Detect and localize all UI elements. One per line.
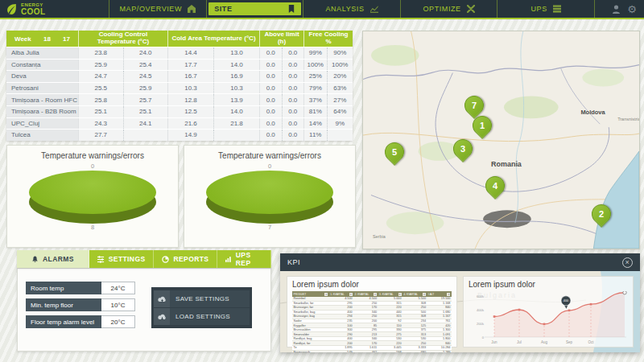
site-name-cell: Alba Julia — [6, 47, 78, 59]
week-previous: 17 — [63, 35, 70, 43]
col-group-above-limit: Above limit (h) — [259, 31, 303, 47]
filter-dropdown-icon[interactable]: ▾ — [447, 293, 450, 296]
nav-item-site[interactable]: SITE — [206, 0, 303, 18]
tab-reports[interactable]: REPORTS — [154, 250, 217, 268]
marker-number: 4 — [486, 177, 504, 195]
min-temp-floor-input[interactable]: 10°C — [101, 298, 135, 311]
floor-temp-alarm-field: Floor temp alarm level 20°C — [26, 315, 135, 328]
value-cell: 25% — [303, 71, 327, 82]
user-icon[interactable] — [612, 5, 621, 14]
value-cell: 14% — [303, 118, 327, 130]
value-cell: 0.0 — [259, 71, 282, 82]
week-table: Week 18 17 Cooling Control Temperature (… — [6, 31, 353, 141]
value-cell: 21.6 — [167, 118, 213, 130]
value-cell: 100% — [303, 60, 327, 71]
save-settings-button[interactable]: SAVE SETTINGS — [154, 290, 250, 307]
table-row[interactable]: Deva24.724.516.716.90.00.025%20% — [6, 70, 353, 82]
svg-text:0: 0 — [482, 335, 485, 339]
bell-icon — [31, 256, 39, 263]
brand-line1: ENERGY — [21, 2, 46, 7]
kpi-col-header: 3. KVARTAL▾ — [378, 293, 402, 296]
map-label: Moldova — [580, 109, 605, 116]
table-row[interactable]: Timișoara - B2B Room25.125.112.514.00.00… — [6, 105, 353, 117]
filter-dropdown-icon[interactable]: ▾ — [423, 293, 426, 296]
svg-text:Aug: Aug — [541, 340, 548, 344]
pie-chart — [29, 171, 156, 224]
map-panel[interactable]: RomaniaMoldovaTransnistriaSerbia 713542 — [362, 31, 640, 249]
field-label: Min. temp floor — [26, 298, 101, 311]
cloud-download-icon — [154, 308, 170, 325]
bookmark-icon — [287, 5, 295, 13]
bar-chart-icon — [225, 256, 231, 263]
value-cell: 24.3 — [78, 118, 123, 130]
site-name-cell: Timișoara - B2B Room — [6, 106, 78, 117]
value-cell — [327, 130, 353, 141]
kpi-line-chart: 0200k400k600kJunJulAugSepOct400 — [469, 291, 628, 348]
value-cell: 24.0 — [123, 47, 168, 59]
value-cell: 27.7 — [78, 130, 123, 141]
room-temp-input[interactable]: 24°C — [101, 282, 135, 294]
map-label: Serbia — [373, 234, 386, 239]
value-cell: 11% — [303, 130, 327, 141]
value-cell: 10.3 — [167, 83, 213, 94]
value-cell: 0.0 — [259, 106, 282, 117]
table-row[interactable]: Alba Julia23.824.014.413.00.00.099%90% — [6, 47, 353, 59]
marker-number: 2 — [592, 205, 610, 223]
value-cell: 16.7 — [167, 71, 213, 82]
kpi-card-table: Lorem ipsum dolor PRODUKT▾1. KVARTAL▾2. … — [287, 276, 457, 348]
kpi-table-row: Bremsegrab5494625986802.289 — [292, 351, 452, 352]
tab-settings[interactable]: SETTINGS — [89, 250, 155, 268]
value-cell: 79% — [303, 83, 327, 94]
marker-number: 3 — [454, 140, 472, 158]
marker-number: 1 — [473, 117, 491, 134]
pie-card-left: Temperature warnings/errors 0 8 — [6, 145, 179, 248]
value-cell: 24.1 — [123, 118, 168, 130]
value-cell: 0.0 — [259, 130, 282, 141]
value-cell: 64% — [327, 106, 353, 117]
pie-title: Temperature warnings/errors — [184, 151, 355, 160]
value-cell: 90% — [327, 47, 353, 59]
gear-icon[interactable]: ⚙ — [627, 4, 637, 14]
value-cell: 25.1 — [78, 106, 123, 117]
kpi-title: KPI — [287, 258, 300, 266]
tab-ups-rep[interactable]: UPS REP — [217, 250, 271, 268]
nav-item-ups[interactable]: UPS — [497, 0, 594, 18]
value-cell: 0.0 — [282, 71, 304, 82]
close-icon[interactable]: × — [622, 257, 633, 268]
nav-label: ANALYSIS — [325, 5, 364, 13]
col-group-cooling-control: Cooling Control Temperature (°C) — [78, 31, 167, 47]
tab-bar: ALARMS SETTINGS REPORTS UPS REP — [17, 250, 271, 268]
load-settings-button[interactable]: LOAD SETTINGS — [154, 308, 250, 325]
table-row[interactable]: Constanța25.925.417.714.00.00.0100%100% — [6, 59, 353, 71]
site-name-cell: Tulcea — [6, 130, 78, 141]
site-active-button[interactable]: SITE — [208, 2, 300, 15]
filter-dropdown-icon[interactable]: ▾ — [398, 293, 402, 296]
table-row[interactable]: Timișoara - Room HFC25.825.712.813.90.00… — [6, 93, 353, 105]
svg-text:Sep: Sep — [566, 340, 573, 344]
nav-item-optimize[interactable]: OPTIMIZE — [400, 0, 497, 18]
value-cell: 0.0 — [259, 94, 282, 105]
min-temp-floor-field: Min. temp floor 10°C — [26, 298, 135, 311]
nav-item-map-overview[interactable]: MAP/OVERVIEW — [109, 0, 206, 18]
filter-dropdown-icon[interactable]: ▾ — [349, 293, 353, 296]
kpi-body: Bulgaria Lorem ipsum dolor PRODUKT▾1. KV… — [280, 271, 640, 352]
table-row[interactable]: UPC_Cluj24.324.121.621.80.00.014%9% — [6, 117, 353, 130]
table-row[interactable]: Tulcea27.714.90.00.011% — [6, 129, 353, 141]
nav-item-analysis[interactable]: ANALYSIS — [303, 0, 400, 18]
tab-alarms[interactable]: ALARMS — [17, 250, 89, 268]
value-cell: 14.0 — [213, 106, 259, 117]
table-row[interactable]: Petrosani25.525.910.310.30.00.079%63% — [6, 82, 353, 94]
map-label: Romania — [491, 160, 522, 168]
value-cell: 9% — [327, 118, 353, 130]
filter-dropdown-icon[interactable]: ▾ — [374, 293, 377, 296]
value-cell: 25.5 — [78, 83, 123, 94]
value-cell: 0.0 — [282, 60, 304, 71]
kpi-header: KPI × — [280, 253, 640, 271]
site-name-cell: Deva — [6, 71, 78, 82]
filter-dropdown-icon[interactable]: ▾ — [324, 293, 328, 296]
value-cell: 0.0 — [282, 47, 304, 59]
marker-number: 5 — [386, 143, 403, 161]
brand-logo[interactable]: ENERGY COOL — [0, 2, 109, 16]
value-cell: 23.8 — [78, 47, 123, 59]
floor-temp-alarm-input[interactable]: 20°C — [101, 315, 135, 328]
